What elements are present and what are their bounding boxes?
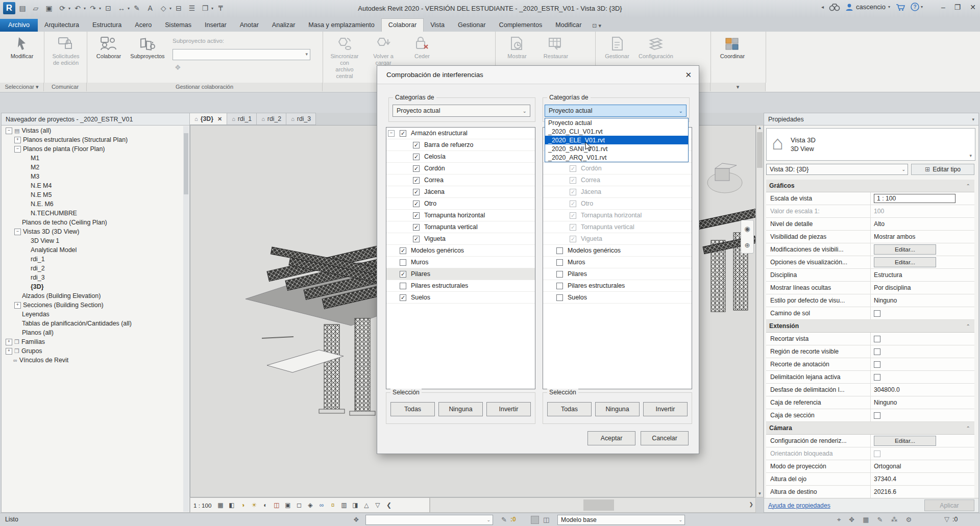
detail-level-icon[interactable]: ◧ <box>227 502 236 509</box>
right-invertir-button[interactable]: Invertir <box>643 402 688 416</box>
default-3d-view-icon-dropdown[interactable]: ▾ <box>169 6 172 11</box>
design-option-box-icon[interactable] <box>531 516 539 524</box>
measure-icon[interactable]: ↔ <box>115 3 128 14</box>
section-collapse-icon[interactable]: ⌃ <box>966 183 974 189</box>
dropdown-option-2020-sani-v01-rvt[interactable]: _2020_SANI_V01.rvt <box>545 144 688 153</box>
browser-item-planos-de-planta-floor-plan[interactable]: −Planos de planta (Floor Plan) <box>2 144 183 154</box>
right-tree-item-cordo-n[interactable]: ✓Cordón <box>543 163 692 174</box>
app-store-cart-icon[interactable] <box>895 3 905 11</box>
configuracio-n-button[interactable]: Configuración <box>638 35 674 60</box>
dropdown-option-proyecto-actual[interactable]: Proyecto actual <box>545 118 688 127</box>
prop-value[interactable]: 37340.4 <box>871 473 974 485</box>
right-tree-item-ja-cena[interactable]: ✓Jácena <box>543 186 692 198</box>
prop-checkbox[interactable] <box>874 310 880 317</box>
rendering-icon[interactable]: ◫ <box>272 502 281 509</box>
left-categories-combo[interactable]: Proyecto actual ⌄ <box>393 105 530 117</box>
checkbox-muros[interactable] <box>556 259 563 266</box>
browser-item-vistas-3d-3d-view[interactable]: −Vistas 3D (3D View) <box>2 227 183 236</box>
properties-help-link[interactable]: Ayuda de propiedades <box>768 502 830 509</box>
tab-acero[interactable]: Acero <box>128 19 158 32</box>
gestionar-button[interactable]: Gestionar <box>599 35 635 60</box>
right-tree-item-tornapunta-vertical[interactable]: ✓Tornapunta vertical <box>543 221 692 233</box>
prop-value-box[interactable]: 1 : 100 <box>874 194 955 203</box>
undo-icon[interactable]: ↶ <box>71 3 84 14</box>
zoom-tool-icon[interactable]: ⊕ <box>745 241 750 249</box>
browser-item-secciones-building-section[interactable]: +Secciones (Building Section) <box>2 300 183 310</box>
checkbox-cordo-n[interactable]: ✓ <box>413 165 420 172</box>
browser-item-3d[interactable]: {3D} <box>2 282 183 291</box>
edit-button[interactable]: Editar... <box>874 436 936 446</box>
prop-value[interactable]: Mostrar ambos <box>871 231 974 243</box>
right-tree-item-suelos[interactable]: Suelos <box>543 292 692 304</box>
left-ninguna-button[interactable]: Ninguna <box>438 402 483 416</box>
tab-gestionar[interactable]: Gestionar <box>451 19 493 32</box>
prop-value[interactable] <box>871 358 974 370</box>
checkbox-tornapunta-vertical[interactable]: ✓ <box>570 224 576 231</box>
left-todas-button[interactable]: Todas <box>390 402 435 416</box>
volver-a-cargar-button[interactable]: Volver a cargar <box>365 35 401 66</box>
prop-checkbox[interactable] <box>874 450 880 457</box>
section-icon[interactable]: ⊟ <box>173 3 185 14</box>
browser-item-vistas-all[interactable]: −▤Vistas (all) <box>2 126 183 135</box>
switch-windows-icon[interactable]: ❐ <box>199 3 211 14</box>
revit-logo-icon[interactable]: R <box>3 2 15 14</box>
browser-item-rdi-1[interactable]: rdi_1 <box>2 255 183 264</box>
tab-anotar[interactable]: Anotar <box>233 19 265 32</box>
collapse-icon[interactable]: − <box>14 146 21 153</box>
left-invertir-button[interactable]: Invertir <box>486 402 531 416</box>
temporary-properties-icon[interactable]: ◨ <box>351 502 359 509</box>
prop-value[interactable] <box>871 409 974 421</box>
prop-value[interactable] <box>871 333 974 345</box>
prop-value[interactable] <box>871 345 974 358</box>
select-pinned-icon[interactable]: ▦ <box>863 516 869 524</box>
customize-qat-icon[interactable]: ₸ <box>214 3 227 14</box>
edit-button[interactable]: Editar... <box>874 257 936 267</box>
checkbox-pilares-estructurales[interactable] <box>556 283 563 289</box>
view-scale-button[interactable]: 1 : 100 <box>193 502 211 509</box>
checkbox-tornapunta-horizontal[interactable]: ✓ <box>570 212 576 219</box>
right-tree-item-pilares-estructurales[interactable]: Pilares estructurales <box>543 280 692 292</box>
left-tree-item-ja-cena[interactable]: ✓Jácena <box>386 186 535 198</box>
prop-value[interactable]: 1 : 100 <box>871 192 974 205</box>
browser-item-planos-de-techo-ceiling-plan[interactable]: Planos de techo (Ceiling Plan) <box>2 218 183 227</box>
minimize-button[interactable]: – <box>941 3 945 11</box>
checkbox-modelos-gene-ricos[interactable] <box>556 247 563 254</box>
tab-estructura[interactable]: Estructura <box>86 19 128 32</box>
browser-item-n-e-m6[interactable]: N.E. M6 <box>2 199 183 209</box>
left-tree-item-muros[interactable]: Muros <box>386 257 535 268</box>
select-by-face-icon[interactable]: ✎ <box>877 516 883 524</box>
right-tree-item-correa[interactable]: ✓Correa <box>543 174 692 186</box>
collapse-viewbar-icon[interactable]: ❮ <box>384 502 393 509</box>
checkbox-barra-de-refuerzo[interactable]: ✓ <box>413 142 420 148</box>
modificar-button[interactable]: Modificar <box>4 35 40 60</box>
left-tree-item-pilares-estructurales[interactable]: Pilares estructurales <box>386 280 535 292</box>
user-menu-chevron-icon[interactable]: ▾ <box>888 5 890 9</box>
browser-item-planos-estructurales-structural-plan[interactable]: +Planos estructurales (Structural Plan) <box>2 135 183 144</box>
checkbox-ja-cena[interactable]: ✓ <box>570 189 576 195</box>
background-process-icon[interactable]: ⚙ <box>905 516 912 524</box>
design-option-combo[interactable]: Modelo base ⌄ <box>557 515 685 525</box>
checkbox-suelos[interactable]: ✓ <box>400 294 406 301</box>
prop-checkbox[interactable] <box>874 374 880 381</box>
right-categories-combo[interactable]: Proyecto actual ⌄ <box>545 105 687 117</box>
right-tree-item-muros[interactable]: Muros <box>543 257 692 268</box>
prop-value[interactable]: Editar... <box>871 256 974 268</box>
panel-label-comunicar[interactable]: Comunicar <box>44 83 87 91</box>
prop-value[interactable]: Editar... <box>871 435 974 447</box>
select-underlay-icon[interactable]: ✥ <box>849 516 854 524</box>
browser-item-n-e-m4[interactable]: N.E M4 <box>2 181 183 190</box>
checkbox-pilares-estructurales[interactable] <box>400 283 406 289</box>
view-tab-3d[interactable]: ⌂{3D}✕ <box>190 113 227 125</box>
browser-item-vi-nculos-de-revit[interactable]: ∞Vínculos de Revit <box>2 356 183 365</box>
sincronizar-con-archivo-central-button[interactable]: Sincronizar conarchivo central <box>327 35 362 80</box>
left-tree-item-correa[interactable]: ✓Correa <box>386 174 535 186</box>
browser-item-tablas-de-planificacio-n-cantidades-all[interactable]: Tablas de planificación/Cantidades (all) <box>2 319 183 328</box>
browser-item-n-e-m5[interactable]: N.E M5 <box>2 190 183 199</box>
visual-style-icon[interactable]: ◑ <box>238 502 247 509</box>
undo-icon-dropdown[interactable]: ▾ <box>84 6 86 11</box>
aligned-dimension-icon[interactable]: ✎ <box>131 3 143 14</box>
checkbox-vigueta[interactable]: ✓ <box>413 236 420 242</box>
default-3d-view-icon[interactable]: ◇ <box>157 3 169 14</box>
restore-button[interactable]: ❐ <box>954 3 961 11</box>
subproyectos-button[interactable]: Subproyectos <box>130 35 165 60</box>
